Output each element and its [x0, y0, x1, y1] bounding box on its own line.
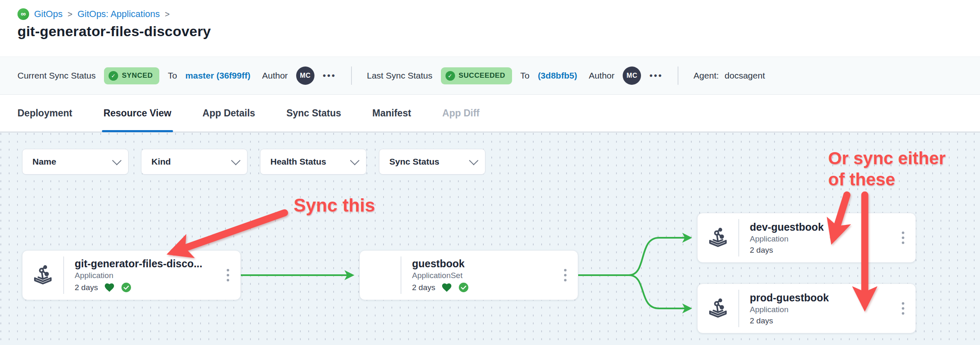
- node-content: dev-guestbook Application 2 days: [739, 213, 891, 262]
- succeeded-status-badge: ✓ SUCCEEDED: [441, 67, 512, 84]
- tab-app-diff: App Diff: [442, 95, 479, 131]
- chevron-down-icon: [350, 156, 360, 165]
- tab-app-details[interactable]: App Details: [203, 95, 255, 131]
- node-content: guestbook ApplicationSet 2 days: [401, 251, 553, 300]
- statusbar-divider: [351, 67, 352, 85]
- node-kebab-menu-icon[interactable]: [553, 251, 578, 300]
- breadcrumb-separator-icon: >: [165, 10, 170, 19]
- current-more-icon[interactable]: •••: [323, 70, 336, 81]
- agent-label: Agent:: [693, 71, 719, 81]
- chevron-down-icon: [231, 156, 241, 165]
- app-tabs: Deployment Resource View App Details Syn…: [0, 95, 980, 132]
- node-age: 2 days: [750, 316, 773, 325]
- chevron-down-icon: [469, 156, 479, 165]
- node-title: prod-guestbook: [750, 292, 891, 304]
- node-kind: Application: [75, 271, 216, 280]
- last-commit-link[interactable]: (3d8bfb5): [538, 71, 577, 81]
- current-author-label: Author: [262, 71, 288, 81]
- statusbar-divider: [678, 67, 678, 85]
- node-guestbook[interactable]: guestbook ApplicationSet 2 days: [359, 250, 578, 300]
- argo-application-icon: [698, 213, 738, 262]
- node-kebab-menu-icon[interactable]: [215, 251, 240, 300]
- edge-appset-to-prod: [629, 275, 690, 308]
- gitops-application-page: ∞ GitOps > GitOps: Applications > git-ge…: [0, 0, 980, 345]
- node-age: 2 days: [412, 283, 436, 292]
- agent-value: docsagent: [725, 71, 765, 81]
- node-content: git-generator-files-disco... Application…: [64, 251, 216, 300]
- argo-application-icon: [22, 251, 63, 300]
- node-icon-empty: [360, 251, 401, 300]
- graph-filters: Name Kind Health Status Sync Status: [22, 149, 485, 175]
- breadcrumb-link-applications[interactable]: GitOps: Applications: [77, 9, 160, 20]
- page-header: ∞ GitOps > GitOps: Applications > git-ge…: [0, 0, 980, 57]
- node-kind: Application: [750, 305, 891, 314]
- sync-check-icon: [458, 282, 469, 293]
- current-sync-status-label: Current Sync Status: [17, 71, 96, 81]
- breadcrumb-separator-icon: >: [67, 10, 72, 19]
- node-kind: Application: [750, 234, 891, 244]
- node-title: guestbook: [412, 258, 553, 270]
- node-kebab-menu-icon[interactable]: [891, 284, 916, 333]
- filter-health-status[interactable]: Health Status: [260, 149, 366, 175]
- node-kind: ApplicationSet: [412, 271, 553, 280]
- current-commit-link[interactable]: master (36f99ff): [186, 71, 250, 81]
- chevron-down-icon: [112, 156, 122, 165]
- last-author-avatar: MC: [623, 67, 641, 85]
- node-prod-guestbook[interactable]: prod-guestbook Application 2 days: [697, 283, 916, 333]
- breadcrumb: ∞ GitOps > GitOps: Applications >: [17, 8, 170, 20]
- health-heart-icon: [441, 282, 453, 293]
- tab-manifest[interactable]: Manifest: [372, 95, 411, 131]
- filter-kind-label: Kind: [151, 157, 171, 167]
- filter-sync-status-label: Sync Status: [389, 157, 439, 167]
- node-kebab-menu-icon[interactable]: [891, 213, 916, 262]
- argo-application-icon: [698, 284, 738, 333]
- filter-name[interactable]: Name: [22, 149, 129, 175]
- tab-sync-status[interactable]: Sync Status: [286, 95, 341, 131]
- current-author-avatar: MC: [296, 67, 314, 85]
- last-sync-status-group: Last Sync Status ✓ SUCCEEDED To (3d8bfb5…: [367, 67, 663, 85]
- node-title: git-generator-files-disco...: [75, 258, 216, 270]
- resource-graph-canvas: Name Kind Health Status Sync Status: [0, 132, 980, 345]
- filter-health-status-label: Health Status: [270, 157, 326, 167]
- node-title: dev-guestbook: [750, 221, 891, 233]
- edge-appset-to-dev: [629, 238, 690, 275]
- annotation-or-sync-either: Or sync either of these: [828, 148, 957, 190]
- tab-deployment[interactable]: Deployment: [17, 95, 72, 131]
- breadcrumb-link-gitops[interactable]: GitOps: [34, 9, 62, 20]
- last-more-icon[interactable]: •••: [649, 70, 663, 81]
- current-to-label: To: [168, 71, 177, 81]
- check-circle-icon: ✓: [109, 71, 118, 81]
- gitops-logo-icon: ∞: [17, 8, 29, 20]
- tab-resource-view[interactable]: Resource View: [104, 95, 171, 131]
- node-age: 2 days: [75, 283, 98, 292]
- node-age: 2 days: [750, 246, 773, 255]
- filter-name-label: Name: [32, 157, 56, 167]
- last-to-label: To: [520, 71, 530, 81]
- node-dev-guestbook[interactable]: dev-guestbook Application 2 days: [697, 213, 916, 263]
- sync-check-icon: [121, 282, 131, 293]
- filter-sync-status[interactable]: Sync Status: [379, 149, 485, 175]
- synced-status-badge: ✓ SYNCED: [104, 67, 159, 84]
- node-content: prod-guestbook Application 2 days: [739, 284, 891, 333]
- current-sync-status-group: Current Sync Status ✓ SYNCED To master (…: [17, 67, 336, 85]
- succeeded-badge-label: SUCCEEDED: [459, 71, 505, 80]
- annotation-sync-this: Sync this: [294, 194, 375, 217]
- node-git-generator-files-discovery[interactable]: git-generator-files-disco... Application…: [22, 250, 241, 300]
- last-author-label: Author: [589, 71, 614, 81]
- filter-kind[interactable]: Kind: [141, 149, 247, 175]
- page-title: git-generator-files-discovery: [17, 23, 211, 39]
- synced-badge-label: SYNCED: [122, 71, 153, 80]
- sync-status-bar: Current Sync Status ✓ SYNCED To master (…: [0, 57, 980, 95]
- check-circle-icon: ✓: [445, 71, 455, 81]
- health-heart-icon: [104, 282, 115, 293]
- last-sync-status-label: Last Sync Status: [367, 71, 433, 81]
- agent-info: Agent: docsagent: [693, 71, 765, 81]
